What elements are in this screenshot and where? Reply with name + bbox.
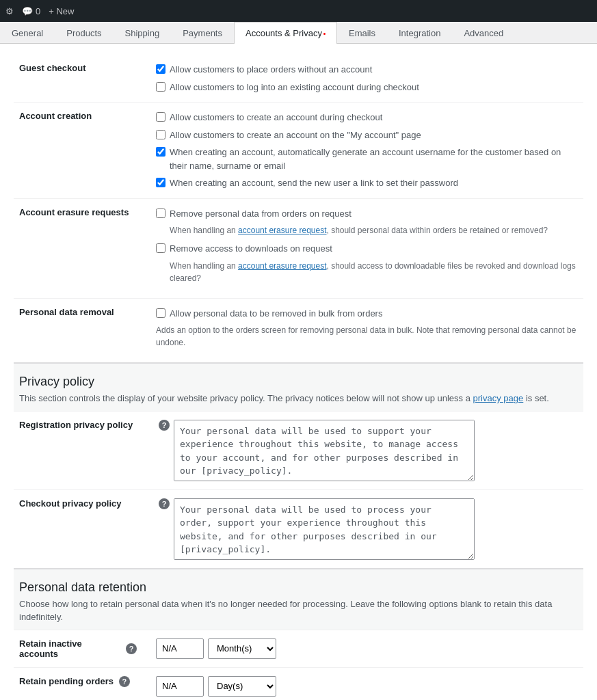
guest-checkout-row: Guest checkout Allow customers to place … — [14, 55, 583, 103]
personal-data-removal-label: Personal data removal — [14, 298, 150, 363]
account-creation-field: Allow customers to create an account dur… — [150, 103, 583, 199]
retain-inactive-select[interactable]: Month(s) Day(s) Year(s) — [208, 638, 276, 659]
retain-pending-select[interactable]: Day(s) Month(s) Year(s) — [208, 676, 276, 697]
settings-form-table: Guest checkout Allow customers to place … — [14, 55, 583, 700]
counter-value: 0 — [36, 6, 40, 16]
account-erasure-label-2[interactable]: Remove access to downloads on request — [170, 242, 332, 256]
privacy-policy-desc: This section controls the display of you… — [19, 392, 578, 405]
account-erasure-hint-2: When handling an account erasure request… — [156, 260, 578, 284]
account-creation-label: Account creation — [14, 103, 150, 199]
guest-checkout-label-2[interactable]: Allow customers to log into an existing … — [170, 81, 419, 94]
account-erasure-option-1: Remove personal data from orders on requ… — [156, 207, 578, 221]
settings-content: Guest checkout Allow customers to place … — [0, 44, 597, 700]
tab-integration[interactable]: Integration — [387, 22, 452, 44]
guest-checkout-label: Guest checkout — [14, 55, 150, 103]
guest-checkout-option-2: Allow customers to log into an existing … — [156, 81, 578, 94]
data-retention-title: Personal data retention — [19, 580, 578, 595]
privacy-policy-title: Privacy policy — [19, 375, 578, 389]
retain-inactive-label-cell: Retain inactive accounts ? — [14, 630, 150, 667]
personal-data-removal-checkbox[interactable] — [156, 308, 165, 318]
retain-pending-help-icon[interactable]: ? — [119, 676, 130, 687]
data-retention-header-row: Personal data retention Choose how long … — [14, 569, 583, 630]
account-creation-checkbox-1[interactable] — [156, 112, 165, 122]
tab-products[interactable]: Products — [55, 22, 113, 44]
data-retention-desc: Choose how long to retain personal data … — [19, 597, 578, 624]
privacy-policy-header-row: Privacy policy This section controls the… — [14, 363, 583, 411]
guest-checkout-option-1: Allow customers to place orders without … — [156, 63, 578, 77]
account-creation-label-2[interactable]: Allow customers to create an account on … — [170, 129, 421, 142]
retain-inactive-input[interactable] — [156, 638, 204, 659]
tab-accounts-privacy[interactable]: Accounts & Privacy — [234, 22, 337, 44]
account-creation-label-4[interactable]: When creating an account, send the new u… — [170, 176, 458, 190]
tab-general[interactable]: General — [0, 22, 55, 44]
account-creation-row: Account creation Allow customers to crea… — [14, 103, 583, 199]
account-creation-label-3[interactable]: When creating an account, automatically … — [170, 146, 578, 172]
checkout-privacy-field: ? Your personal data will be used to pro… — [150, 489, 583, 569]
retain-pending-controls: Day(s) Month(s) Year(s) — [156, 676, 578, 697]
new-item-button[interactable]: + New — [49, 6, 74, 16]
account-creation-option-3: When creating an account, automatically … — [156, 146, 578, 172]
tab-advanced[interactable]: Advanced — [452, 22, 515, 44]
retain-pending-input[interactable] — [156, 676, 204, 697]
guest-checkout-checkbox-2[interactable] — [156, 82, 165, 92]
personal-data-removal-option-label[interactable]: Allow personal data to be removed in bul… — [170, 307, 382, 321]
counter-item[interactable]: 💬 0 — [22, 6, 40, 16]
retain-pending-label-text: Retain pending orders — [19, 676, 114, 686]
top-bar: ⚙ 💬 0 + New — [0, 0, 597, 22]
guest-checkout-label-1[interactable]: Allow customers to place orders without … — [170, 63, 372, 77]
retain-pending-field: Day(s) Month(s) Year(s) — [150, 667, 583, 700]
counter-icon: 💬 — [22, 6, 33, 16]
retain-inactive-field: Month(s) Day(s) Year(s) — [150, 630, 583, 667]
account-creation-checkbox-2[interactable] — [156, 130, 165, 139]
registration-privacy-row: Registration privacy policy ? Your perso… — [14, 411, 583, 489]
retain-pending-label-cell: Retain pending orders ? — [14, 667, 150, 700]
account-erasure-label: Account erasure requests — [14, 198, 150, 298]
tab-emails[interactable]: Emails — [337, 22, 387, 44]
retain-inactive-row: Retain inactive accounts ? Month(s) Day(… — [14, 630, 583, 667]
privacy-policy-header: Privacy policy This section controls the… — [14, 363, 583, 411]
checkout-privacy-textarea[interactable]: Your personal data will be used to proce… — [174, 498, 475, 560]
account-erasure-option-2: Remove access to downloads on request — [156, 242, 578, 256]
tab-shipping[interactable]: Shipping — [114, 22, 172, 44]
personal-data-removal-field: Allow personal data to be removed in bul… — [150, 298, 583, 363]
tabs-navigation: General Products Shipping Payments Accou… — [0, 22, 597, 44]
account-erasure-field: Remove personal data from orders on requ… — [150, 198, 583, 298]
account-erasure-link-1[interactable]: account erasure request — [238, 226, 326, 235]
account-creation-option-2: Allow customers to create an account on … — [156, 129, 578, 142]
registration-privacy-field: ? Your personal data will be used to sup… — [150, 411, 583, 489]
settings-page: General Products Shipping Payments Accou… — [0, 22, 597, 700]
wp-logo[interactable]: ⚙ — [5, 6, 14, 16]
guest-checkout-field: Allow customers to place orders without … — [150, 55, 583, 103]
retain-pending-label-wrap: Retain pending orders ? — [19, 676, 137, 687]
privacy-page-link[interactable]: privacy page — [473, 393, 524, 403]
checkout-privacy-help-icon[interactable]: ? — [159, 498, 170, 509]
checkout-privacy-label: Checkout privacy policy — [14, 489, 150, 569]
account-creation-label-1[interactable]: Allow customers to create an account dur… — [170, 111, 382, 124]
registration-privacy-help-icon[interactable]: ? — [159, 420, 170, 431]
personal-data-removal-hint: Adds an option to the orders screen for … — [156, 324, 578, 349]
account-erasure-label-1[interactable]: Remove personal data from orders on requ… — [170, 207, 351, 221]
registration-privacy-label: Registration privacy policy — [14, 411, 150, 489]
account-erasure-link-2[interactable]: account erasure request — [238, 261, 326, 271]
account-creation-checkbox-4[interactable] — [156, 178, 165, 187]
account-creation-option-4: When creating an account, send the new u… — [156, 176, 578, 190]
guest-checkout-checkbox-1[interactable] — [156, 64, 165, 74]
retain-pending-row: Retain pending orders ? Day(s) Month(s) … — [14, 667, 583, 700]
personal-data-removal-option: Allow personal data to be removed in bul… — [156, 307, 578, 321]
retain-inactive-help-icon[interactable]: ? — [126, 643, 137, 654]
tab-payments[interactable]: Payments — [171, 22, 234, 44]
retain-inactive-label-text: Retain inactive accounts — [19, 638, 120, 659]
account-creation-option-1: Allow customers to create an account dur… — [156, 111, 578, 124]
active-tab-indicator — [323, 33, 326, 35]
checkout-privacy-row: Checkout privacy policy ? Your personal … — [14, 489, 583, 569]
retain-inactive-controls: Month(s) Day(s) Year(s) — [156, 638, 578, 659]
retain-inactive-label-wrap: Retain inactive accounts ? — [19, 638, 137, 659]
account-creation-checkbox-3[interactable] — [156, 147, 165, 157]
registration-privacy-textarea[interactable]: Your personal data will be used to suppo… — [174, 420, 475, 481]
account-erasure-checkbox-1[interactable] — [156, 208, 165, 218]
account-erasure-row: Account erasure requests Remove personal… — [14, 198, 583, 298]
account-erasure-checkbox-2[interactable] — [156, 243, 165, 253]
checkout-privacy-with-help: ? Your personal data will be used to pro… — [156, 498, 578, 560]
personal-data-removal-row: Personal data removal Allow personal dat… — [14, 298, 583, 363]
registration-privacy-with-help: ? Your personal data will be used to sup… — [156, 420, 578, 481]
